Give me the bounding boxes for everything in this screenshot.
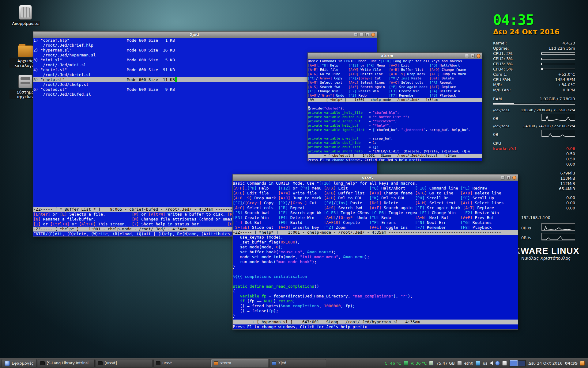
- terminal-line: {: [233, 289, 518, 294]
- terminal-line: /root/.Jed/cbrief.hlp: [33, 43, 377, 48]
- cpu-temp-reading: C: 46 °C: [385, 361, 401, 366]
- terminal-line: set_buffer_hook("mouse_up", &man_mouse);: [233, 250, 518, 255]
- disk1-io: 0B: [493, 116, 498, 121]
- terminal-line: [^S] Search bwd [^F] Search agn bk [C-F5…: [233, 210, 518, 215]
- cpu2-label: CPU2: 3%: [493, 56, 513, 61]
- taskbar-task-urxvt[interactable]: urxvt: [153, 359, 210, 367]
- xterm-terminal[interactable]: Basic Commands in CBRIEF Mode. Use "[F10…: [308, 59, 482, 161]
- window-title: xterm: [309, 53, 465, 59]
- terminal-line: [A+M] Select text [A+L] Select lines [A+…: [308, 81, 482, 85]
- minimize-button[interactable]: −: [360, 33, 364, 37]
- maximize-button[interactable]: +: [507, 176, 511, 180]
- net-up-rate: 0B /s: [521, 235, 531, 240]
- cpu4-bar: [541, 68, 575, 70]
- cpu3-label: CPU3: 3%: [493, 61, 513, 67]
- terminal-line: %{{{ completions initialisation: [233, 274, 518, 279]
- minimize-button[interactable]: −: [465, 54, 469, 58]
- titlebar[interactable]: Xjed ⌃ − +: [33, 32, 377, 38]
- cpu1-bar: [541, 52, 575, 55]
- volume-icon[interactable]: [490, 361, 493, 365]
- home-folder-icon: [18, 45, 33, 57]
- close-button[interactable]: [371, 33, 375, 37]
- terminal-line: }: [233, 264, 518, 269]
- applications-icon: [5, 361, 10, 366]
- taskbar-task-slang[interactable]: [S-Lang Library Intrinsic ...: [38, 359, 95, 367]
- terminal-line: [`-] Del Buf [F9] Build [A+F10] Compile …: [233, 220, 518, 225]
- disk2-device: /dev/sdb1: [493, 124, 510, 129]
- xjed-icon: [272, 361, 276, 365]
- status-line: --------+ [ hyperman.sl ] 647:001 - SLan…: [233, 320, 518, 324]
- terminal-line: 1) "cbrief.hlp" Mode 600 Size 1 KB: [33, 38, 377, 43]
- close-button[interactable]: [512, 176, 516, 180]
- terminal-line: set_mode(mode, 0);: [233, 245, 518, 250]
- disk1-value: 110GiB / 28.8GiB / 75.5GiB ext4: [521, 108, 575, 113]
- titlebar[interactable]: xterm − +: [308, 53, 482, 59]
- disk2-io-graph: [541, 130, 575, 137]
- task-label: xterm: [220, 361, 231, 365]
- keyboard-layout-indicator[interactable]: us: [483, 361, 487, 366]
- terminal-icon: [156, 361, 160, 365]
- show-desktop-icon[interactable]: [580, 361, 585, 366]
- maximize-button[interactable]: +: [471, 54, 475, 58]
- terminal-line: [A+H],[^H] Help [F12] or [^R] Menu [A+X]…: [308, 63, 482, 68]
- updates-icon[interactable]: [495, 361, 500, 366]
- taskbar-task-xterm[interactable]: xterm: [211, 359, 268, 367]
- top-process-value: 0.00: [566, 162, 575, 167]
- net-down-rate: 0B /s: [521, 225, 531, 231]
- net-up-graph: [541, 233, 575, 240]
- terminal-line: [A+E] Edit file [A+W] Write file [A+B] B…: [308, 68, 482, 72]
- disk-free-reading: 75,47 GB: [436, 361, 454, 366]
- urxvt-window: urxvt − + Basic Commands in CBRIEF Mode.…: [232, 174, 518, 330]
- desktop-icon-label: Απορρίμματα: [11, 21, 40, 26]
- desktop: Απορρίμματα Αρχικός κατάλογος Σύστημα αρ…: [0, 0, 588, 368]
- cpu2-bar: [541, 58, 575, 60]
- maximize-button[interactable]: +: [365, 33, 369, 37]
- terminal-line: [A+0..9] Drop mark [A+J] Jump to mark [A…: [233, 196, 518, 201]
- terminal-line: private variable _help_file = "cbufed.hl…: [308, 111, 482, 115]
- network-interface: eth0: [464, 361, 473, 366]
- status-line: -%%----- [ *help* ] 1:001 - chelp-mode -…: [308, 98, 482, 102]
- taskbar-task-xjed[interactable]: Xjed: [269, 359, 326, 367]
- terminal-line: private variable cbuf_list = {};: [308, 145, 482, 149]
- terminal-line: [A+S] Search fwd [A+F] Search again [^F]…: [308, 85, 482, 89]
- ram-value: 1.92GiB / 7.78GiB: [540, 96, 575, 102]
- status-line: --------+ [ cbufed.sl ] 14:001 - SLang -…: [308, 154, 482, 158]
- disk1-io-graph: [541, 114, 575, 121]
- minimize-button[interactable]: −: [501, 176, 505, 180]
- core-temp-label: Core 1:: [493, 72, 507, 77]
- window-title: Xjed: [35, 32, 354, 38]
- code-text: use_keymap (mode); _set_buffer_flag(0x10…: [233, 235, 518, 320]
- system-tray: C: 46 °C V: 36 °C 75,47 GB eth0 us Δευ 2…: [383, 360, 586, 366]
- titlebar[interactable]: urxvt − +: [233, 174, 518, 181]
- uptime-value: 11d 22h 35m: [548, 46, 575, 51]
- trash-icon: [19, 5, 32, 20]
- workspace-1[interactable]: [510, 361, 517, 366]
- terminal-line: 2) "hyperman.sl" Mode 600 Size 16 KB: [33, 48, 377, 53]
- cpu-fan-label: CPU FAN:: [493, 77, 511, 82]
- terminal-line: Basic Commands in CBRIEF Mode. Use "[F10…: [233, 181, 518, 186]
- desktop-icon-trash[interactable]: Απορρίμματα: [9, 5, 42, 26]
- xterm-icon: [214, 361, 218, 365]
- mb-temp-value: +34.0°C: [558, 82, 575, 87]
- disk2-io: 0B: [493, 132, 498, 137]
- minibuffer: Press F1 to change windows, Ctrl+H for J…: [233, 324, 518, 329]
- terminal-line: [A+C] Select cols [^R] Repeat [A+S] Sear…: [233, 205, 518, 210]
- taskbar-task-urxvt-bracket[interactable]: [urxvt]: [96, 359, 153, 367]
- help-text: Basic Commands in CBRIEF Mode. Use "[F10…: [233, 181, 518, 230]
- network-icon[interactable]: [476, 361, 480, 366]
- terminal-line: [A+H],[^H] Help [F12] or [^R] Menu [A+X]…: [233, 186, 518, 191]
- ram-label: RAM: [493, 96, 502, 102]
- shade-button[interactable]: ⌃: [354, 33, 358, 37]
- terminal-line: [A+U]/[Gray*] Undo [F2] Redo [F7] Rememb…: [308, 94, 482, 98]
- applications-menu-button[interactable]: Εφαρμογές: [2, 359, 37, 367]
- close-button[interactable]: [477, 54, 481, 58]
- urxvt-terminal[interactable]: Basic Commands in CBRIEF Mode. Use "[F10…: [233, 181, 518, 329]
- clipboard-icon[interactable]: [502, 361, 507, 366]
- disk-icon[interactable]: [457, 361, 462, 366]
- workspace-2[interactable]: [518, 361, 525, 366]
- battery-icon[interactable]: [429, 361, 434, 366]
- disk2-value: 3.49TiB / 747GiB / 2.58TiB ext4: [522, 124, 575, 129]
- cpu-sensor-icon[interactable]: [404, 361, 408, 366]
- terminal-line: variable fp = fopen(dircat(Jed_Home_Dire…: [233, 294, 518, 299]
- cpu-section-title: CPU: [493, 141, 501, 146]
